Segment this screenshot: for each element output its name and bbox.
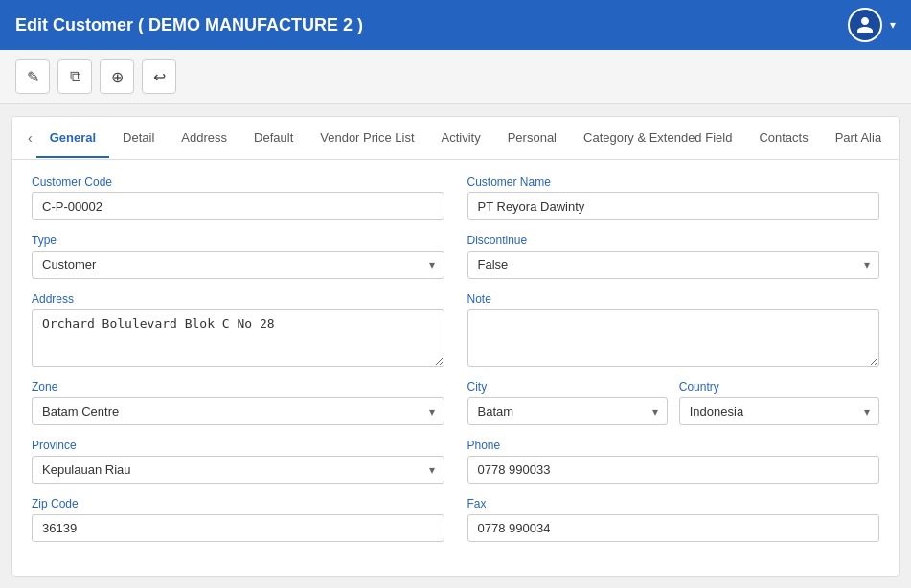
edit-button[interactable]: ✎ — [15, 59, 50, 94]
header-right: ▾ — [848, 8, 896, 42]
phone-label: Phone — [467, 439, 880, 452]
discontinue-select-wrapper: False True — [467, 251, 880, 279]
add-button[interactable]: ⊕ — [100, 59, 134, 94]
zip-code-group: Zip Code — [32, 497, 444, 542]
zip-code-label: Zip Code — [32, 497, 444, 510]
address-group: Address Orchard Bolulevard Blok C No 28 — [32, 292, 444, 367]
row-address-note: Address Orchard Bolulevard Blok C No 28 … — [32, 292, 879, 367]
fax-group: Fax — [467, 497, 880, 542]
toolbar: ✎ ⧉ ⊕ ↩ — [0, 50, 911, 104]
address-input[interactable]: Orchard Bolulevard Blok C No 28 — [32, 309, 444, 367]
province-group: Province Kepulauan Riau — [32, 439, 444, 484]
tab-default[interactable]: Default — [240, 119, 307, 158]
tab-scroll-left[interactable]: ‹ — [24, 117, 36, 159]
zone-group: Zone Batam Centre — [32, 380, 444, 425]
city-select-wrapper: Batam — [467, 397, 668, 425]
main-panel: ‹ General Detail Address Default Vendor … — [11, 116, 900, 577]
discontinue-label: Discontinue — [467, 234, 880, 247]
tab-activity[interactable]: Activity — [428, 119, 494, 158]
customer-code-input[interactable] — [32, 192, 444, 220]
fax-input[interactable] — [467, 514, 880, 542]
tab-contacts[interactable]: Contacts — [745, 119, 821, 158]
row-type-discontinue: Type Customer Discontinue False True — [32, 234, 879, 279]
address-label: Address — [32, 292, 444, 305]
row-zip-fax: Zip Code Fax — [32, 497, 879, 542]
page-title: Edit Customer ( DEMO MANUFACTURE 2 ) — [15, 15, 363, 35]
customer-name-label: Customer Name — [467, 175, 880, 189]
discontinue-select[interactable]: False True — [467, 251, 880, 279]
city-label: City — [467, 380, 668, 394]
type-label: Type — [32, 234, 444, 247]
province-label: Province — [32, 439, 444, 452]
country-select[interactable]: Indonesia — [679, 397, 879, 425]
customer-name-group: Customer Name — [467, 175, 880, 220]
note-label: Note — [467, 292, 880, 305]
phone-group: Phone — [467, 439, 880, 484]
zone-select-wrapper: Batam Centre — [32, 397, 444, 425]
tab-personal[interactable]: Personal — [494, 119, 570, 158]
country-select-wrapper: Indonesia — [679, 397, 879, 425]
type-select-wrapper: Customer — [32, 251, 444, 279]
tab-scroll-right[interactable]: › — [895, 117, 900, 159]
tab-vendor-price-list[interactable]: Vendor Price List — [307, 119, 427, 158]
type-group: Type Customer — [32, 234, 444, 279]
row-codes: Customer Code Customer Name — [32, 175, 879, 220]
row-zone-city-country: Zone Batam Centre City Batam — [32, 380, 879, 425]
tab-part-alia[interactable]: Part Alia — [822, 119, 895, 158]
zone-select[interactable]: Batam Centre — [32, 397, 444, 425]
country-label: Country — [679, 380, 879, 394]
fax-label: Fax — [467, 497, 880, 510]
customer-code-group: Customer Code — [32, 175, 444, 220]
user-avatar[interactable] — [848, 8, 882, 42]
customer-name-input[interactable] — [467, 192, 880, 220]
city-select[interactable]: Batam — [467, 397, 668, 425]
header: Edit Customer ( DEMO MANUFACTURE 2 ) ▾ — [0, 0, 911, 50]
tab-general[interactable]: General — [36, 119, 109, 158]
note-group: Note — [467, 292, 880, 367]
customer-code-label: Customer Code — [32, 175, 444, 189]
province-select-wrapper: Kepulauan Riau — [32, 456, 444, 484]
form-area: Customer Code Customer Name Type Custome… — [12, 160, 899, 576]
copy-button[interactable]: ⧉ — [57, 59, 92, 94]
tab-address[interactable]: Address — [168, 119, 240, 158]
type-select[interactable]: Customer — [32, 251, 444, 279]
tab-category-extended-field[interactable]: Category & Extended Field — [570, 119, 745, 158]
note-input[interactable] — [467, 309, 880, 367]
zip-code-input[interactable] — [32, 514, 444, 542]
discontinue-group: Discontinue False True — [467, 234, 880, 279]
city-group: City Batam — [467, 380, 668, 425]
country-group: Country Indonesia — [679, 380, 879, 425]
phone-input[interactable] — [467, 456, 880, 484]
back-button[interactable]: ↩ — [142, 59, 176, 94]
tab-detail[interactable]: Detail — [109, 119, 168, 158]
header-dropdown-icon[interactable]: ▾ — [890, 18, 896, 32]
city-country-group: City Batam Country Indonesia — [467, 380, 880, 425]
tab-bar: ‹ General Detail Address Default Vendor … — [12, 117, 899, 160]
province-select[interactable]: Kepulauan Riau — [32, 456, 444, 484]
row-province-phone: Province Kepulauan Riau Phone — [32, 439, 879, 484]
zone-label: Zone — [32, 380, 444, 394]
